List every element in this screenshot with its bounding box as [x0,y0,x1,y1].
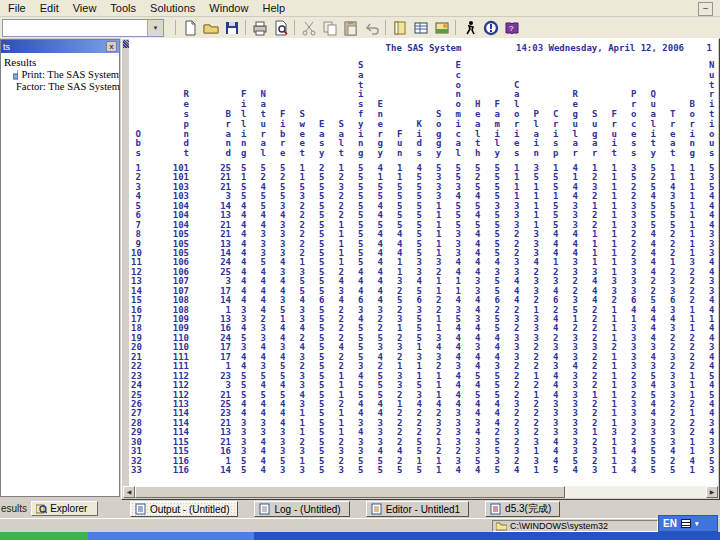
menu-item-window[interactable]: Window [202,1,255,15]
query-button[interactable] [410,18,431,37]
window-tab-label: d5.3(完成) [505,502,551,516]
command-combo-input[interactable]: ▼ [2,19,164,37]
table-row: 27114234441514422234422332134214 [131,409,718,418]
table-cell: 3 [292,466,312,475]
scroll-left-icon[interactable]: ◀ [123,486,135,498]
status-bar: C:\WINDOWS\system32 [0,518,720,532]
table-row: 3103215455535555335511543125415 [131,183,718,192]
taskbar-button-fragment[interactable] [88,532,254,540]
listing-datetime: 14:03 Wednesday, April 12, 2006 [516,43,684,53]
print-preview-button[interactable] [270,18,291,37]
results-tree-item[interactable]: Factor: The SAS System [3,81,119,93]
tab-explorer[interactable]: Explorer [31,501,98,516]
table-column-header-quality: Quality [643,90,663,159]
table-row: 5104144532525455155331531135514 [131,202,718,211]
tab-results[interactable]: esults [0,501,31,516]
current-folder-indicator[interactable]: C:\WINDOWS\system32 [492,520,658,532]
open-button[interactable] [200,18,221,37]
table-cell: 3 [701,466,718,475]
close-icon[interactable]: x [106,41,117,52]
cut-button[interactable] [298,18,319,37]
table-row: 14107174445534425113543424332323 [131,287,718,296]
table-column-header-fibre: Fibre [272,110,292,159]
window-tab-label: Log - (Untitled) [274,504,340,515]
table-column-header-energy: Energy [370,100,390,159]
table-cell: 5 [389,466,409,475]
window-tab-editor[interactable]: Editor - Untitled1 [366,501,469,517]
scrollbar-track[interactable] [565,486,706,498]
new-library-button[interactable] [389,18,410,37]
window-tab-icon [490,503,501,515]
help-button[interactable]: ? [501,18,522,37]
table-cell: 4 [253,466,273,475]
table-cell: 1 [682,466,702,475]
table-row: 21111174443525423344432432134324 [131,353,718,362]
print-preview-icon [273,20,289,36]
submit-button[interactable] [459,18,480,37]
undo-arrow-icon [364,20,380,36]
table-column-header-salt: Salt [331,120,351,159]
print-button[interactable] [249,18,270,37]
table-column-header-treat: Treat [662,110,682,159]
table-row: 6104134442525455154531532135514 [131,211,718,220]
language-bar[interactable]: EN ▾ [658,515,718,532]
save-floppy-icon [224,20,240,36]
copy-icon [322,20,338,36]
start-button-fragment[interactable] [0,532,88,540]
menu-item-tools[interactable]: Tools [103,1,143,15]
current-folder-path: C:\WINDOWS\system32 [510,521,608,531]
window-tab-label: Output - (Untitled) [150,504,229,515]
open-folder-icon [203,20,219,36]
results-tree-item[interactable]: Print: The SAS System [3,69,119,81]
keyboard-icon[interactable] [681,519,691,528]
table-row: 18109164344525215144523422134314 [131,324,718,333]
window-tab-log[interactable]: Log - (Untitled) [254,501,349,517]
table-column-header-health: Health [467,100,487,159]
toolbar-separator [455,20,456,35]
graphics-button[interactable] [431,18,452,37]
paste-button[interactable] [340,18,361,37]
results-panel-titlebar[interactable]: ts x [1,40,119,53]
table-column-header-brand: Brand [193,110,233,159]
chevron-down-icon[interactable]: ▼ [147,20,163,36]
table-column-header-sugar: Sugar [584,110,604,159]
break-button[interactable] [480,18,501,37]
results-tree-root[interactable]: Results [3,55,119,69]
query-grid-icon [413,20,429,36]
scrollbar-thumb[interactable] [135,486,565,498]
table-header-row: ObsRespndtBrandFillingNaturalFibreSweetE… [131,56,718,159]
menu-item-help[interactable]: Help [255,1,292,15]
table-cell: 5 [643,466,663,475]
table-column-header-obs: Obs [131,130,143,159]
window-tab-output[interactable]: Output - (Untitled) [130,501,238,517]
table-column-header-crisp: Crisp [545,110,565,159]
table-row: 410335553525555344511142124314 [131,192,718,201]
table-cell: 1 [526,466,546,475]
table-row: 1101255551215414555513141135115 [131,164,718,173]
new-document-button[interactable] [179,18,200,37]
scroll-right-icon[interactable]: ▶ [706,486,718,498]
printer-output-icon [13,70,18,80]
explorer-icon [36,503,47,514]
save-button[interactable] [221,18,242,37]
copy-button[interactable] [319,18,340,37]
table-body: 1101255551215414555513141135115210121122… [131,164,718,475]
tab-explorer-label: Explorer [50,503,87,514]
listing-page-number: 1 [707,43,712,53]
menu-item-view[interactable]: View [66,1,104,15]
window-tab-program[interactable]: d5.3(完成) [485,501,560,517]
table-row: 26113254443524414444432332134224 [131,400,718,409]
output-listing[interactable]: The SAS System 14:03 Wednesday, April 12… [129,39,718,486]
results-tree-item-label: Print: The SAS System [21,69,119,80]
window-tab-icon [135,503,146,515]
menu-item-solutions[interactable]: Solutions [143,1,202,15]
chevron-down-icon[interactable]: ▾ [695,520,699,528]
horizontal-scrollbar[interactable]: ◀ ▶ [123,486,718,498]
language-label[interactable]: EN [663,518,677,529]
menu-item-file[interactable]: File [1,1,33,15]
menu-item-edit[interactable]: Edit [33,1,66,15]
table-row: 23112235553514531145521432125315 [131,372,718,381]
minimize-button[interactable]: – [698,2,713,16]
window-tab-icon [259,503,270,515]
undo-button[interactable] [361,18,382,37]
